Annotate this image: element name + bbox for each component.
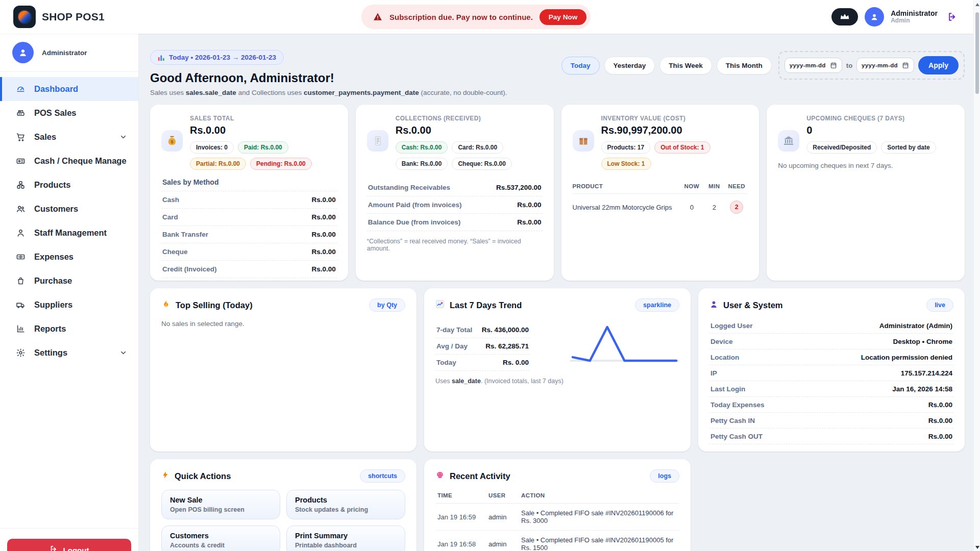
money-bag-icon: $ [161,130,183,152]
filter-this-week-button[interactable]: This Week [659,57,712,74]
scroll-up-arrow[interactable] [975,3,979,6]
card-value: 0 [806,124,953,136]
status-badge: Card: Rs.0.00 [452,141,503,154]
filter-this-month-button[interactable]: This Month [717,57,772,74]
date-from-input[interactable] [790,62,826,68]
column-header: NOW [680,179,703,194]
quick-action-products[interactable]: Products Stock updates & pricing [286,490,405,519]
table-row: Jan 19 16:58 admin Sale • Completed FIFO… [435,531,679,551]
kv-row: Credit (Invoiced)Rs.0.00 [161,261,337,278]
cheque-icon [15,156,26,166]
scroll-down-arrow[interactable] [975,546,979,549]
table-row: Universal 22mm Motorcycle Grips 0 2 2 [573,194,748,221]
product-name: Universal 22mm Motorcycle Grips [573,194,681,221]
kv-row: Petty Cash INRs.0.00 [709,413,953,429]
status-badge: Low Stock: 1 [601,158,651,170]
collections-card: COLLECTIONS (RECEIVED) Rs.0.00 Cash: Rs.… [356,105,554,281]
date-to-input[interactable] [862,62,898,68]
sidebar-item-label: Purchase [34,276,72,286]
user-info: Administrator Admin [891,9,938,24]
sidebar-item-purchase[interactable]: Purchase [0,269,138,293]
sidebar-item-label: Sales [34,132,56,142]
inventory-card: INVENTORY VALUE (COST) Rs.90,997,200.00 … [561,105,760,281]
package-icon [573,130,594,152]
filter-yesterday-button[interactable]: Yesterday [604,57,655,74]
sidebar-profile: Administrator [0,34,138,72]
bank-icon [778,130,799,152]
sidebar: Administrator Dashboard POS Sales Sales … [0,34,139,551]
now-value: 0 [680,194,703,221]
activity-table: TIME USER ACTION Jan 19 16:59 admin Sale… [435,488,679,551]
bottom-row-spacer [698,459,965,551]
top-selling-empty-text: No sales in selected range. [161,320,405,328]
chevron-down-icon [119,133,127,141]
quick-actions-grid: New Sale Open POS billing screen Product… [161,490,405,551]
status-badge: Out of Stock: 1 [654,141,710,154]
filter-today-button[interactable]: Today [561,57,600,74]
trend-stats: 7-day TotalRs. 436,000.00 Avg / DayRs. 6… [435,322,530,371]
sidebar-item-label: Expenses [34,252,74,262]
sidebar-item-dashboard[interactable]: Dashboard [0,77,138,101]
sidebar-item-customers[interactable]: Customers [0,197,138,221]
sidebar-item-expenses[interactable]: Expenses [0,245,138,269]
warning-icon [373,12,383,22]
bar-chart-icon [15,324,26,334]
sidebar-item-suppliers[interactable]: Suppliers [0,293,138,317]
sidebar-item-staff[interactable]: Staff Management [0,221,138,245]
need-badge: 2 [730,201,743,214]
card-label: COLLECTIONS (RECEIVED) [396,115,543,122]
status-badge: Cheque: Rs.0.00 [452,158,511,170]
page-subtitle: Sales uses sales.sale_date and Collectio… [150,89,507,96]
status-badge: Cash: Rs.0.00 [396,141,448,154]
column-header: NEED [725,179,748,194]
quick-action-customers[interactable]: Customers Accounts & credit [161,525,280,551]
page-scrollbar[interactable] [973,0,980,551]
top-selling-card: Top Selling (Today) by Qty No sales in s… [150,288,416,452]
signout-icon[interactable] [947,12,958,22]
brain-icon [435,470,445,482]
status-badge: Pending: Rs.0.00 [250,158,312,170]
scrollbar-thumb[interactable] [975,12,979,94]
sparkline-pill: sparkline [635,298,679,312]
mini-chart-icon [158,54,165,61]
sales-total-card: $ SALES TOTAL Rs.0.00 Invoices: 0 Paid: … [150,105,348,281]
table-row: Jan 19 16:59 admin Sale • Completed FIFO… [435,504,679,531]
date-from-field[interactable] [785,58,842,73]
apply-button[interactable]: Apply [918,56,959,74]
kv-row: Bank TransferRs.0.00 [161,226,337,243]
status-badge: Partial: Rs.0.00 [190,158,246,170]
sidebar-item-pos-sales[interactable]: POS Sales [0,101,138,125]
shortcuts-pill: shortcuts [360,469,405,483]
quick-action-print-summary[interactable]: Print Summary Printable dashboard [286,525,405,551]
sidebar-item-sales[interactable]: Sales [0,125,138,149]
pay-now-button[interactable]: Pay Now [540,9,586,25]
logout-button[interactable]: Logout [7,539,131,551]
sidebar-item-reports[interactable]: Reports [0,317,138,341]
quick-action-new-sale[interactable]: New Sale Open POS billing screen [161,490,280,519]
status-badge: Bank: Rs.0.00 [396,158,448,170]
code-sale-date: sale_date [452,378,481,385]
brand-logo-icon [13,6,36,28]
kv-row: Balance Due (from invoices)Rs.0.00 [367,214,543,231]
receipt-icon [367,130,388,152]
sidebar-item-cash-cheque[interactable]: Cash / Cheque Manage [0,149,138,173]
sidebar-profile-name: Administrator [42,49,87,57]
kv-row: 7-day TotalRs. 436,000.00 [435,322,530,338]
card-label: SALES TOTAL [190,115,337,122]
crown-icon[interactable] [831,8,858,26]
topbar: SHOP POS1 Subscription due. Pay now to c… [0,0,980,34]
brand-title: SHOP POS1 [42,11,105,23]
sidebar-item-products[interactable]: Products [0,173,138,197]
date-to-field[interactable] [856,58,914,73]
kv-row: TodayRs. 0.00 [435,355,530,371]
users-icon [15,204,26,214]
user-avatar[interactable] [865,7,884,27]
kv-row: Logged UserAdministrator (Admin) [709,318,953,334]
sidebar-item-settings[interactable]: Settings [0,341,138,365]
status-badge: Sorted by date [881,141,936,154]
main-content: Today • 2026-01-23 → 2026-01-23 Good Aft… [139,0,980,551]
card-label: INVENTORY VALUE (COST) [601,115,748,122]
column-header: USER [486,488,519,504]
status-badge: Invoices: 0 [190,141,234,154]
sidebar-avatar [12,42,34,63]
